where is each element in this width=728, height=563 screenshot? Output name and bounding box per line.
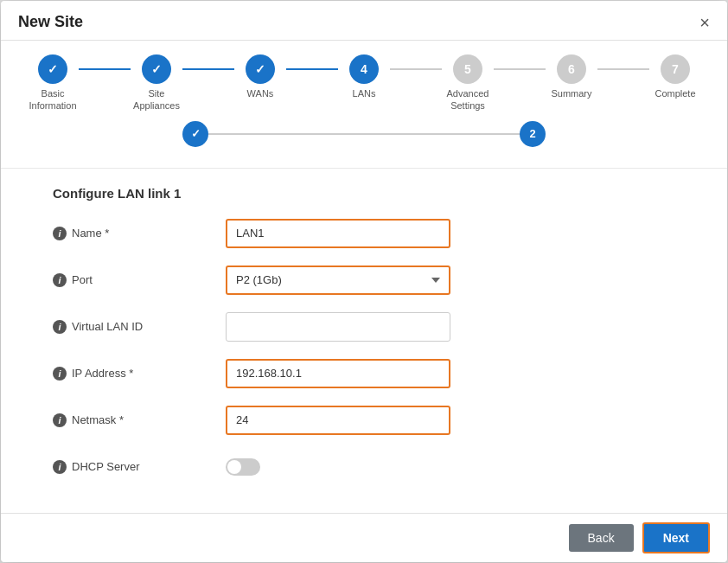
connector-5-6 xyxy=(494,68,546,70)
step-3: ✓ WANs xyxy=(234,54,286,99)
vlan-row: i Virtual LAN ID xyxy=(53,311,675,342)
dhcp-label: i DHCP Server xyxy=(53,460,226,474)
name-row: i Name * xyxy=(53,218,675,249)
connector-1-2 xyxy=(79,68,131,70)
ip-info-icon[interactable]: i xyxy=(53,367,67,381)
step-1-label: BasicInformation xyxy=(29,87,76,112)
step-4-circle[interactable]: 4 xyxy=(349,54,379,84)
ip-row: i IP Address * xyxy=(53,358,675,389)
step-4-label: LANs xyxy=(353,87,376,99)
dhcp-row: i DHCP Server xyxy=(53,451,675,483)
step-1: ✓ BasicInformation xyxy=(27,54,79,112)
step-6-label: Summary xyxy=(551,87,591,99)
steps-container: ✓ BasicInformation ✓ Site Appliances ✓ W… xyxy=(1,41,727,169)
vlan-input[interactable] xyxy=(226,312,450,342)
ip-input[interactable] xyxy=(226,359,450,388)
step-5-num: 5 xyxy=(464,62,471,76)
sub-step-2-num: 2 xyxy=(529,127,535,140)
modal-footer: Back Next xyxy=(1,513,727,562)
step-2: ✓ Site Appliances xyxy=(131,54,182,112)
close-button[interactable]: × xyxy=(699,14,710,31)
modal-header: New Site × xyxy=(1,1,727,41)
step-7-circle[interactable]: 7 xyxy=(661,54,690,84)
sub-step-1[interactable]: ✓ xyxy=(182,121,208,147)
steps-row: ✓ BasicInformation ✓ Site Appliances ✓ W… xyxy=(27,54,701,112)
port-info-icon[interactable]: i xyxy=(53,273,67,287)
step-5-circle[interactable]: 5 xyxy=(453,54,482,84)
step-5: 5 AdvancedSettings xyxy=(442,54,494,112)
section-title: Configure LAN link 1 xyxy=(53,186,675,201)
step-4: 4 LANs xyxy=(338,54,390,99)
sub-step-2[interactable]: 2 xyxy=(520,121,546,147)
connector-2-3 xyxy=(182,68,234,70)
netmask-info-icon[interactable]: i xyxy=(53,413,67,427)
step-4-num: 4 xyxy=(361,62,367,76)
step-6: 6 Summary xyxy=(546,54,597,99)
vlan-label: i Virtual LAN ID xyxy=(53,320,226,334)
port-select[interactable]: P2 (1Gb) P1 (1Gb) P3 (1Gb) P4 (1Gb) xyxy=(226,266,450,295)
name-input[interactable] xyxy=(226,219,450,248)
step-6-circle[interactable]: 6 xyxy=(557,54,586,84)
step-6-num: 6 xyxy=(568,62,575,76)
step-2-label: Site Appliances xyxy=(131,87,182,112)
dhcp-toggle-knob xyxy=(227,460,241,474)
sub-connector xyxy=(208,133,520,135)
modal-title: New Site xyxy=(18,13,83,31)
connector-4-5 xyxy=(390,68,442,70)
netmask-input[interactable] xyxy=(226,406,450,435)
connector-3-4 xyxy=(286,68,338,70)
vlan-info-icon[interactable]: i xyxy=(53,320,67,334)
step-7-label: Complete xyxy=(655,87,695,99)
step-3-label: WANs xyxy=(247,87,274,99)
name-info-icon[interactable]: i xyxy=(53,227,67,240)
dhcp-info-icon[interactable]: i xyxy=(53,460,67,474)
step-3-check: ✓ xyxy=(255,62,265,76)
sub-steps-row: ✓ 2 xyxy=(27,112,701,157)
port-row: i Port P2 (1Gb) P1 (1Gb) P3 (1Gb) P4 (1G… xyxy=(53,265,675,296)
ip-label: i IP Address * xyxy=(53,367,226,381)
sub-step-1-icon: ✓ xyxy=(191,127,201,140)
back-button[interactable]: Back xyxy=(569,524,634,552)
name-label: i Name * xyxy=(53,227,226,240)
form-area: Configure LAN link 1 i Name * i Port P2 … xyxy=(1,169,727,513)
step-7-num: 7 xyxy=(672,62,679,76)
step-7: 7 Complete xyxy=(649,54,701,99)
netmask-row: i Netmask * xyxy=(53,405,675,436)
step-5-label: AdvancedSettings xyxy=(447,87,489,112)
step-2-check: ✓ xyxy=(151,62,162,76)
next-button[interactable]: Next xyxy=(642,522,710,553)
connector-6-7 xyxy=(597,68,649,70)
step-1-circle[interactable]: ✓ xyxy=(38,54,67,84)
step-2-circle[interactable]: ✓ xyxy=(142,54,171,84)
step-1-check: ✓ xyxy=(48,62,58,76)
port-label: i Port xyxy=(53,273,226,287)
netmask-label: i Netmask * xyxy=(53,413,226,427)
dhcp-toggle[interactable] xyxy=(226,458,260,476)
new-site-modal: New Site × ✓ BasicInformation ✓ Site App… xyxy=(1,1,727,562)
step-3-circle[interactable]: ✓ xyxy=(246,54,275,84)
